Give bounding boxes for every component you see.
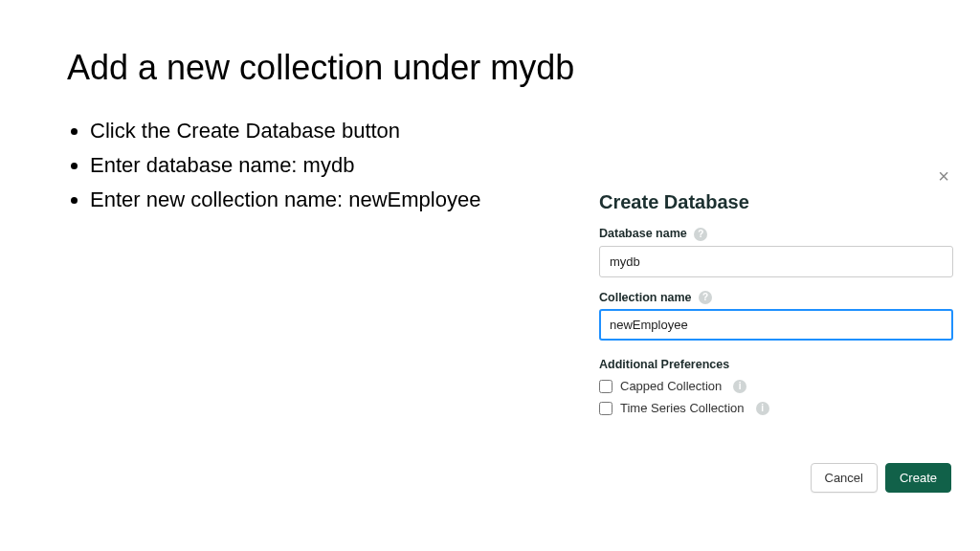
- create-database-dialog: × Create Database Database name ? Collec…: [599, 161, 953, 493]
- bullet-item: Click the Create Database button: [90, 115, 913, 147]
- help-icon[interactable]: ?: [699, 291, 712, 304]
- additional-preferences-label: Additional Preferences: [599, 358, 953, 371]
- slide-title: Add a new collection under mydb: [67, 48, 913, 88]
- collection-name-label: Collection name ?: [599, 291, 953, 305]
- cancel-button[interactable]: Cancel: [811, 463, 878, 493]
- create-button[interactable]: Create: [885, 463, 951, 493]
- capped-collection-checkbox[interactable]: [599, 380, 612, 393]
- database-name-input[interactable]: [599, 246, 953, 277]
- dialog-title: Create Database: [599, 191, 953, 213]
- info-icon[interactable]: i: [756, 402, 769, 415]
- help-icon[interactable]: ?: [694, 228, 707, 241]
- capped-collection-label: Capped Collection: [620, 379, 722, 393]
- timeseries-collection-label: Time Series Collection: [620, 401, 745, 415]
- info-icon[interactable]: i: [733, 380, 746, 393]
- timeseries-collection-checkbox[interactable]: [599, 402, 612, 415]
- collection-name-input[interactable]: [599, 309, 953, 341]
- close-icon[interactable]: ×: [938, 166, 949, 186]
- database-name-label: Database name ?: [599, 227, 953, 241]
